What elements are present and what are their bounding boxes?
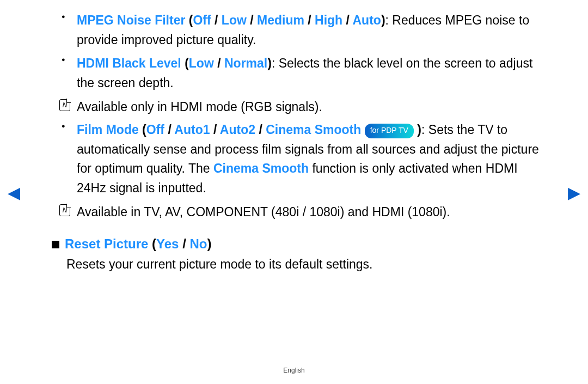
pdp-tv-badge: for PDP TV xyxy=(365,124,414,138)
square-bullet-icon xyxy=(52,241,59,248)
note: NAvailable in TV, AV, COMPONENT (480i / … xyxy=(52,203,544,222)
page: ◀ ▶ MPEG Noise Filter (Off / Low / Mediu… xyxy=(0,0,588,384)
note-icon: N xyxy=(59,99,70,111)
list-item: Film Mode (Off / Auto1 / Auto2 / Cinema … xyxy=(52,120,544,198)
note: NAvailable only in HDMI mode (RGB signal… xyxy=(52,97,544,117)
options-list: MPEG Noise Filter (Off / Low / Medium / … xyxy=(52,11,544,221)
list-item: HDMI Black Level (Low / Normal): Selects… xyxy=(52,54,544,93)
footer-language: English xyxy=(0,367,588,374)
list-item: MPEG Noise Filter (Off / Low / Medium / … xyxy=(52,11,544,50)
section-heading: Reset Picture (Yes / No) xyxy=(52,236,544,252)
reset-picture-section: Reset Picture (Yes / No) Resets your cur… xyxy=(52,236,544,274)
section-body: Resets your current picture mode to its … xyxy=(52,255,544,274)
note-icon: N xyxy=(59,204,70,216)
nav-prev-icon[interactable]: ◀ xyxy=(8,182,20,202)
content-area: MPEG Noise Filter (Off / Low / Medium / … xyxy=(33,11,555,274)
nav-next-icon[interactable]: ▶ xyxy=(568,182,580,202)
